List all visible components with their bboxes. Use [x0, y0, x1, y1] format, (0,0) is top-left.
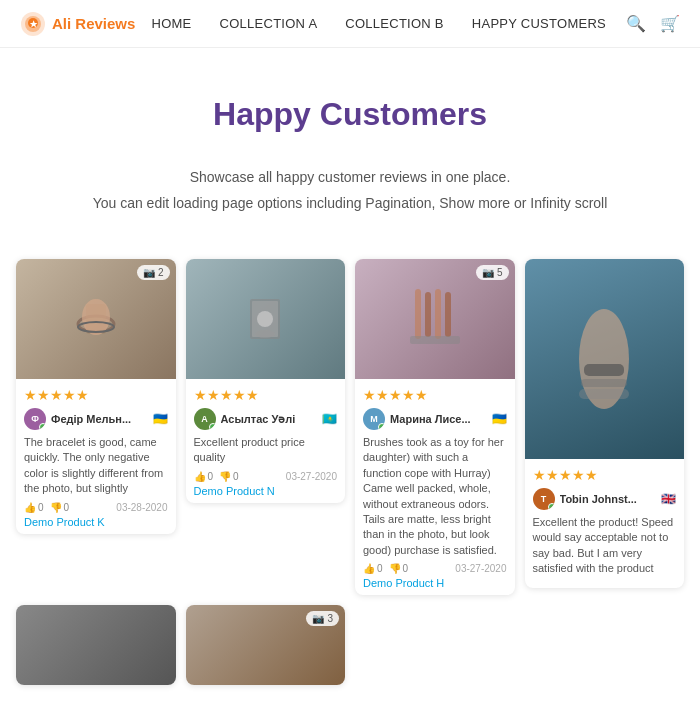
- reviewer-name-1: Федір Мельн...: [51, 413, 148, 425]
- search-icon: 🔍: [626, 15, 646, 32]
- avatar-2: А ✓: [194, 408, 216, 430]
- reviews-section: 📷 2 ★★★★★ Ф ✓ Федір Мельн... 🇺🇦 The brac…: [0, 231, 700, 695]
- svg-point-13: [255, 330, 275, 338]
- reviewer-row-3: М ✓ Марина Лисе... 🇺🇦: [363, 408, 507, 430]
- review-card-4: ★★★★★ T ✓ Tobin Johnst... 🇬🇧 Excellent t…: [525, 259, 685, 588]
- nav-home[interactable]: HOME: [152, 16, 192, 31]
- cart-button[interactable]: 🛒: [660, 14, 680, 33]
- logo-text: Ali Reviews: [52, 15, 135, 32]
- page-title: Happy Customers: [20, 96, 680, 133]
- review-card-3: 📷 5 ★★★★★ М ✓ Марина Лисе... 🇺🇦 Brushes …: [355, 259, 515, 595]
- bottom-image-2: 📷 3: [186, 605, 346, 685]
- card-body-2: ★★★★★ А ✓ Асылтас Уәлі 🇰🇿 Excellent prod…: [186, 379, 346, 503]
- avatar-3: М ✓: [363, 408, 385, 430]
- flag-4: 🇬🇧: [661, 492, 676, 506]
- camera-icon-bc2: 📷: [312, 613, 324, 624]
- dislikes-2: 👎 0: [219, 471, 239, 482]
- product-image-placeholder-3: [400, 284, 470, 354]
- svg-point-12: [257, 311, 273, 327]
- logo-link[interactable]: Ali Reviews: [20, 11, 135, 37]
- star-rating-1: ★★★★★: [24, 387, 168, 403]
- star-rating-3: ★★★★★: [363, 387, 507, 403]
- review-text-2: Excellent product price quality: [194, 435, 338, 466]
- product-image-placeholder: [66, 289, 126, 349]
- review-card-2: ★★★★★ А ✓ Асылтас Уәлі 🇰🇿 Excellent prod…: [186, 259, 346, 503]
- card-body-4: ★★★★★ T ✓ Tobin Johnst... 🇬🇧 Excellent t…: [525, 459, 685, 588]
- camera-icon: 📷: [143, 267, 155, 278]
- card-body-3: ★★★★★ М ✓ Марина Лисе... 🇺🇦 Brushes took…: [355, 379, 515, 595]
- flag-1: 🇺🇦: [153, 412, 168, 426]
- card-image-1: 📷 2: [16, 259, 176, 379]
- verified-badge-1: ✓: [39, 423, 46, 430]
- likes-1: 👍 0: [24, 502, 44, 513]
- svg-rect-24: [579, 389, 629, 399]
- verified-badge-2: ✓: [209, 423, 216, 430]
- card-image-4: [525, 259, 685, 459]
- svg-rect-19: [410, 336, 460, 344]
- nav-links: HOME COLLECTION A COLLECTION B HAPPY CUS…: [152, 16, 606, 31]
- camera-icon-3: 📷: [482, 267, 494, 278]
- reviewer-row-4: T ✓ Tobin Johnst... 🇬🇧: [533, 488, 677, 510]
- review-card-1: 📷 2 ★★★★★ Ф ✓ Федір Мельн... 🇺🇦 The brac…: [16, 259, 176, 534]
- search-button[interactable]: 🔍: [626, 14, 646, 33]
- hero-desc1: Showcase all happy customer reviews in o…: [20, 169, 680, 185]
- card-image-2: [186, 259, 346, 379]
- likes-2: 👍 0: [194, 471, 214, 482]
- thumbdown-icon-3: 👎: [389, 563, 401, 574]
- flag-2: 🇰🇿: [322, 412, 337, 426]
- verified-badge-4: ✓: [548, 503, 555, 510]
- dislikes-3: 👎 0: [389, 563, 409, 574]
- nav-happy-customers[interactable]: HAPPY CUSTOMERS: [472, 16, 606, 31]
- reviewer-name-4: Tobin Johnst...: [560, 493, 657, 505]
- review-footer-2: 👍 0 👎 0 03-27-2020: [194, 471, 338, 482]
- photo-count-badge-1: 📷 2: [137, 265, 170, 280]
- date-3: 03-27-2020: [455, 563, 506, 574]
- svg-point-7: [82, 299, 110, 335]
- svg-rect-22: [584, 364, 624, 376]
- product-image-placeholder-2: [230, 284, 300, 354]
- likes-3: 👍 0: [363, 563, 383, 574]
- star-rating-4: ★★★★★: [533, 467, 677, 483]
- product-link-3[interactable]: Demo Product H: [363, 577, 507, 589]
- cart-icon: 🛒: [660, 15, 680, 32]
- hero-section: Happy Customers Showcase all happy custo…: [0, 48, 700, 231]
- photo-count-badge-bc2: 📷 3: [306, 611, 339, 626]
- bottom-row: 📷 3: [16, 605, 684, 695]
- bottom-card-2: 📷 3: [186, 605, 346, 685]
- svg-rect-17: [435, 289, 441, 339]
- reviewer-name-2: Асылтас Уәлі: [221, 413, 318, 426]
- product-link-1[interactable]: Demo Product K: [24, 516, 168, 528]
- star-rating-2: ★★★★★: [194, 387, 338, 403]
- thumbup-icon: 👍: [24, 502, 36, 513]
- thumbup-icon-3: 👍: [363, 563, 375, 574]
- nav-collection-a[interactable]: COLLECTION A: [220, 16, 318, 31]
- review-footer-1: 👍 0 👎 0 03-28-2020: [24, 502, 168, 513]
- svg-rect-18: [445, 292, 451, 337]
- nav-icons: 🔍 🛒: [626, 14, 680, 33]
- product-image-placeholder-4: [559, 289, 649, 429]
- avatar-4: T ✓: [533, 488, 555, 510]
- review-footer-3: 👍 0 👎 0 03-27-2020: [363, 563, 507, 574]
- logo-icon: [20, 11, 46, 37]
- hero-desc2: You can edit loading page options includ…: [20, 195, 680, 211]
- thumbdown-icon: 👎: [50, 502, 62, 513]
- reviewer-row-1: Ф ✓ Федір Мельн... 🇺🇦: [24, 408, 168, 430]
- bottom-image-1: [16, 605, 176, 685]
- flag-3: 🇺🇦: [492, 412, 507, 426]
- date-1: 03-28-2020: [116, 502, 167, 513]
- dislikes-1: 👎 0: [50, 502, 70, 513]
- card-image-3: 📷 5: [355, 259, 515, 379]
- card-body-1: ★★★★★ Ф ✓ Федір Мельн... 🇺🇦 The bracelet…: [16, 379, 176, 534]
- nav-collection-b[interactable]: COLLECTION B: [345, 16, 443, 31]
- svg-rect-15: [415, 289, 421, 339]
- avatar-1: Ф ✓: [24, 408, 46, 430]
- review-text-4: Excellent the product! Speed would say a…: [533, 515, 677, 577]
- product-link-2[interactable]: Demo Product N: [194, 485, 338, 497]
- svg-rect-23: [581, 379, 627, 387]
- photo-count-badge-3: 📷 5: [476, 265, 509, 280]
- thumbup-icon-2: 👍: [194, 471, 206, 482]
- svg-rect-16: [425, 292, 431, 337]
- reviews-grid: 📷 2 ★★★★★ Ф ✓ Федір Мельн... 🇺🇦 The brac…: [16, 259, 684, 595]
- reviewer-row-2: А ✓ Асылтас Уәлі 🇰🇿: [194, 408, 338, 430]
- review-text-3: Brushes took as a toy for her daughter) …: [363, 435, 507, 558]
